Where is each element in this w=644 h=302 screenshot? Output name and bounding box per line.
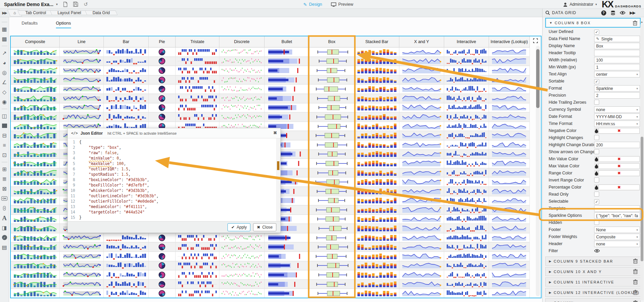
panel-scrollbar-thumb[interactable] bbox=[641, 137, 643, 261]
date-format-select[interactable]: YYYY-MM-DD▾ bbox=[594, 113, 640, 120]
cell-composite-sparkline[interactable] bbox=[11, 242, 60, 252]
precision-input[interactable]: 2 bbox=[594, 92, 640, 99]
cell-xy-sparkline[interactable] bbox=[399, 85, 444, 94]
cell-interactive-sparkline[interactable] bbox=[444, 103, 489, 113]
cell-composite-sparkline[interactable] bbox=[11, 177, 60, 187]
cell-line-sparkline[interactable] bbox=[60, 57, 104, 66]
cell-composite-sparkline[interactable] bbox=[11, 57, 60, 66]
min-width-px-input[interactable]: 1 bbox=[594, 64, 640, 70]
cell-lookup-sparkline[interactable] bbox=[489, 94, 530, 103]
cell-interactive-sparkline[interactable] bbox=[444, 224, 489, 233]
section-column-10-x-and-y[interactable]: ▶COLUMN 10 X AND Y bbox=[545, 267, 641, 276]
gauge-donut-icon[interactable]: ◎ bbox=[0, 68, 9, 77]
grid-row[interactable] bbox=[11, 103, 530, 113]
cell-stackedbar-sparkline[interactable] bbox=[355, 57, 399, 66]
cell-box-sparkline[interactable] bbox=[309, 270, 355, 280]
grid-row[interactable] bbox=[11, 242, 530, 252]
cell-box-sparkline[interactable] bbox=[309, 242, 355, 252]
max-value-color-picker[interactable]: ✖ bbox=[594, 163, 640, 169]
cell-tristate-sparkline[interactable] bbox=[176, 242, 219, 252]
cell-interactive-sparkline[interactable] bbox=[444, 261, 489, 271]
cell-xy-sparkline[interactable] bbox=[399, 196, 444, 206]
cell-tristate-sparkline[interactable] bbox=[176, 270, 219, 280]
cell-lookup-sparkline[interactable] bbox=[489, 47, 530, 57]
cell-lookup-sparkline[interactable] bbox=[489, 252, 530, 261]
cell-line-sparkline[interactable] bbox=[60, 112, 104, 122]
cell-pie-sparkline[interactable] bbox=[149, 270, 176, 280]
data-grid-icon[interactable]: ▦ bbox=[0, 24, 9, 34]
delete-column-button[interactable] bbox=[633, 290, 638, 295]
cell-discrete-sparkline[interactable] bbox=[219, 270, 265, 280]
tab-options[interactable]: Options bbox=[56, 21, 71, 28]
panel-scrollbar[interactable] bbox=[640, 24, 644, 300]
cell-composite-sparkline[interactable] bbox=[11, 122, 60, 131]
sparkline-options-input[interactable]: { "type": "box", "raw": fa bbox=[594, 212, 640, 219]
cell-composite-sparkline[interactable] bbox=[11, 131, 60, 140]
cell-lookup-sparkline[interactable] bbox=[489, 131, 530, 140]
cell-interactive-sparkline[interactable] bbox=[444, 150, 489, 159]
cell-line-sparkline[interactable] bbox=[60, 233, 104, 243]
cell-lookup-sparkline[interactable] bbox=[489, 103, 530, 113]
cell-line-sparkline[interactable] bbox=[60, 242, 104, 252]
line-chart-icon[interactable]: ↗ bbox=[0, 48, 9, 58]
database-icon[interactable] bbox=[611, 10, 615, 15]
cell-discrete-sparkline[interactable] bbox=[219, 94, 265, 103]
breadcrumb-item-layout-panel[interactable]: Layout Panel bbox=[51, 10, 88, 15]
cell-stackedbar-sparkline[interactable] bbox=[355, 215, 399, 224]
read-only-checkbox[interactable] bbox=[594, 192, 599, 197]
cell-discrete-sparkline[interactable] bbox=[219, 47, 265, 57]
cell-tristate-sparkline[interactable] bbox=[176, 280, 219, 289]
close-icon[interactable]: ✖ bbox=[273, 130, 277, 135]
cell-xy-sparkline[interactable] bbox=[399, 289, 444, 298]
cell-composite-sparkline[interactable] bbox=[11, 168, 60, 178]
cell-composite-sparkline[interactable] bbox=[11, 252, 60, 261]
cell-stackedbar-sparkline[interactable] bbox=[355, 270, 399, 280]
format-select[interactable]: Sparkline▾ bbox=[594, 85, 640, 92]
design-mode-button[interactable]: ✎ Design bbox=[303, 2, 322, 7]
color-swatch[interactable]: ✖ bbox=[599, 163, 640, 169]
preview-mode-button[interactable]: Preview bbox=[331, 2, 353, 7]
cell-box-sparkline[interactable] bbox=[309, 112, 355, 122]
cell-bullet-sparkline[interactable] bbox=[265, 66, 309, 75]
pie-chart-icon[interactable]: ◕ bbox=[0, 58, 9, 68]
cell-xy-sparkline[interactable] bbox=[399, 215, 444, 224]
cell-bar-sparkline[interactable] bbox=[104, 94, 149, 103]
code-line[interactable]: 9"boxFillColor": "#d7efbf", bbox=[68, 182, 280, 188]
dashboard-title[interactable]: Sparkline Demo Exa... bbox=[4, 2, 53, 7]
cell-pie-sparkline[interactable] bbox=[149, 103, 176, 113]
cell-xy-sparkline[interactable] bbox=[399, 66, 444, 75]
column-header-bar[interactable]: Bar bbox=[104, 36, 149, 47]
code-line[interactable]: 3"raw": false, bbox=[68, 150, 280, 156]
cell-lookup-sparkline[interactable] bbox=[489, 85, 530, 94]
cell-discrete-sparkline[interactable] bbox=[219, 75, 265, 85]
cell-line-sparkline[interactable] bbox=[60, 85, 104, 94]
show-arrows-on-change-checkbox[interactable] bbox=[594, 149, 599, 154]
column-header-discrete[interactable]: Discrete bbox=[219, 36, 265, 47]
cell-stackedbar-sparkline[interactable] bbox=[355, 261, 399, 271]
cell-tristate-sparkline[interactable] bbox=[176, 103, 219, 113]
cell-bullet-sparkline[interactable] bbox=[265, 85, 309, 94]
save-button[interactable] bbox=[73, 2, 78, 7]
cell-interactive-sparkline[interactable] bbox=[444, 177, 489, 187]
column-header-pie[interactable]: Pie bbox=[149, 36, 176, 47]
cell-tristate-sparkline[interactable] bbox=[176, 252, 219, 261]
cell-xy-sparkline[interactable] bbox=[399, 270, 444, 280]
cell-stackedbar-sparkline[interactable] bbox=[355, 75, 399, 85]
column-header-lookup[interactable]: Interactive (Lookup) bbox=[489, 36, 530, 47]
cell-xy-sparkline[interactable] bbox=[399, 140, 444, 150]
cell-bar-sparkline[interactable] bbox=[104, 261, 149, 271]
cell-box-sparkline[interactable] bbox=[309, 159, 355, 168]
width-relative-input[interactable]: 100 bbox=[594, 57, 640, 63]
cell-stackedbar-sparkline[interactable] bbox=[355, 150, 399, 159]
user-defined-checkbox[interactable]: ✓ bbox=[594, 30, 599, 35]
section-column[interactable]: ▶COLUMN bbox=[545, 298, 641, 302]
cell-composite-sparkline[interactable] bbox=[11, 94, 60, 103]
code-line[interactable]: 2"type": "box", bbox=[68, 145, 280, 150]
cell-xy-sparkline[interactable] bbox=[399, 94, 444, 103]
cell-box-sparkline[interactable] bbox=[309, 224, 355, 233]
min-value-color-picker[interactable]: ✖ bbox=[594, 156, 640, 162]
footer-select[interactable]: None▾ bbox=[594, 227, 640, 233]
section-column-12-interactive-lookup[interactable]: ▶COLUMN 12 INTERACTIVE (LOOKUP) bbox=[545, 288, 641, 297]
color-swatch[interactable]: ✖ bbox=[599, 156, 640, 162]
grid-row[interactable] bbox=[11, 57, 530, 66]
